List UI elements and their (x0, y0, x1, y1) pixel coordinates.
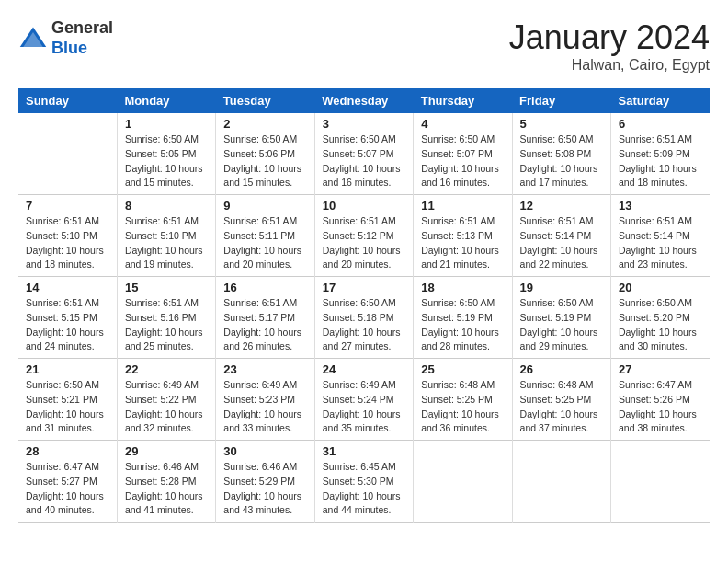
day-cell: 1Sunrise: 6:50 AMSunset: 5:05 PMDaylight… (117, 113, 215, 195)
day-cell: 16Sunrise: 6:51 AMSunset: 5:17 PMDayligh… (216, 277, 314, 359)
day-info: Sunrise: 6:51 AMSunset: 5:16 PMDaylight:… (125, 296, 208, 354)
day-info: Sunrise: 6:48 AMSunset: 5:25 PMDaylight:… (421, 378, 504, 436)
day-cell: 19Sunrise: 6:50 AMSunset: 5:19 PMDayligh… (512, 277, 610, 359)
day-number: 13 (619, 199, 702, 213)
day-info: Sunrise: 6:51 AMSunset: 5:10 PMDaylight:… (26, 214, 109, 272)
day-number: 14 (26, 281, 109, 294)
day-info: Sunrise: 6:50 AMSunset: 5:08 PMDaylight:… (520, 132, 603, 190)
col-wednesday: Wednesday (314, 88, 413, 113)
day-info: Sunrise: 6:50 AMSunset: 5:19 PMDaylight:… (421, 296, 504, 354)
day-cell: 8Sunrise: 6:51 AMSunset: 5:10 PMDaylight… (117, 195, 215, 277)
day-info: Sunrise: 6:49 AMSunset: 5:24 PMDaylight:… (323, 378, 405, 436)
week-row-1: 1Sunrise: 6:50 AMSunset: 5:05 PMDaylight… (18, 113, 710, 195)
day-info: Sunrise: 6:49 AMSunset: 5:22 PMDaylight:… (125, 378, 208, 436)
day-number: 3 (323, 117, 405, 131)
day-number: 21 (26, 362, 109, 376)
day-info: Sunrise: 6:50 AMSunset: 5:06 PMDaylight:… (223, 132, 306, 190)
day-number: 19 (520, 281, 603, 294)
day-cell: 27Sunrise: 6:47 AMSunset: 5:26 PMDayligh… (611, 359, 710, 441)
calendar-header: Sunday Monday Tuesday Wednesday Thursday… (18, 88, 710, 113)
header-row: Sunday Monday Tuesday Wednesday Thursday… (18, 88, 710, 113)
page-header: General Blue January 2024 Halwan, Cairo,… (18, 18, 710, 74)
day-cell: 20Sunrise: 6:50 AMSunset: 5:20 PMDayligh… (611, 277, 710, 359)
day-cell: 18Sunrise: 6:50 AMSunset: 5:19 PMDayligh… (414, 277, 512, 359)
logo: General Blue (18, 18, 113, 58)
day-info: Sunrise: 6:50 AMSunset: 5:20 PMDaylight:… (619, 296, 702, 354)
day-cell: 22Sunrise: 6:49 AMSunset: 5:22 PMDayligh… (117, 359, 215, 441)
week-row-4: 21Sunrise: 6:50 AMSunset: 5:21 PMDayligh… (18, 359, 710, 441)
day-info: Sunrise: 6:51 AMSunset: 5:17 PMDaylight:… (223, 296, 306, 354)
day-cell: 25Sunrise: 6:48 AMSunset: 5:25 PMDayligh… (414, 359, 512, 441)
logo-icon (18, 24, 48, 53)
day-info: Sunrise: 6:49 AMSunset: 5:23 PMDaylight:… (223, 378, 306, 436)
day-info: Sunrise: 6:45 AMSunset: 5:30 PMDaylight:… (323, 460, 405, 518)
day-number: 15 (125, 281, 208, 294)
day-info: Sunrise: 6:50 AMSunset: 5:05 PMDaylight:… (125, 132, 208, 190)
week-row-3: 14Sunrise: 6:51 AMSunset: 5:15 PMDayligh… (18, 277, 710, 359)
calendar-table: Sunday Monday Tuesday Wednesday Thursday… (18, 88, 710, 523)
day-cell: 23Sunrise: 6:49 AMSunset: 5:23 PMDayligh… (216, 359, 314, 441)
day-cell: 11Sunrise: 6:51 AMSunset: 5:13 PMDayligh… (414, 195, 512, 277)
day-number: 18 (421, 281, 504, 294)
day-number: 1 (125, 117, 208, 131)
day-info: Sunrise: 6:50 AMSunset: 5:07 PMDaylight:… (323, 132, 405, 190)
calendar-body: 1Sunrise: 6:50 AMSunset: 5:05 PMDaylight… (18, 113, 710, 523)
day-info: Sunrise: 6:47 AMSunset: 5:27 PMDaylight:… (26, 460, 109, 518)
day-number: 10 (323, 199, 405, 213)
day-number: 16 (223, 281, 306, 294)
day-number: 28 (26, 444, 109, 458)
day-info: Sunrise: 6:51 AMSunset: 5:14 PMDaylight:… (619, 214, 702, 272)
day-cell: 4Sunrise: 6:50 AMSunset: 5:07 PMDaylight… (414, 113, 512, 195)
day-cell (512, 441, 610, 523)
day-cell: 7Sunrise: 6:51 AMSunset: 5:10 PMDaylight… (18, 195, 117, 277)
day-number: 24 (323, 362, 405, 376)
day-number: 31 (323, 444, 405, 458)
logo-text: General Blue (51, 18, 113, 58)
day-info: Sunrise: 6:51 AMSunset: 5:11 PMDaylight:… (223, 214, 306, 272)
day-info: Sunrise: 6:50 AMSunset: 5:21 PMDaylight:… (26, 378, 109, 436)
day-number: 27 (619, 362, 702, 376)
logo-general: General (51, 18, 113, 37)
day-number: 9 (223, 199, 306, 213)
day-cell: 24Sunrise: 6:49 AMSunset: 5:24 PMDayligh… (314, 359, 413, 441)
day-number: 23 (223, 362, 306, 376)
day-number: 11 (421, 199, 504, 213)
day-cell: 31Sunrise: 6:45 AMSunset: 5:30 PMDayligh… (314, 441, 413, 523)
col-saturday: Saturday (611, 88, 710, 113)
day-number: 30 (223, 444, 306, 458)
day-cell: 28Sunrise: 6:47 AMSunset: 5:27 PMDayligh… (18, 441, 117, 523)
day-cell: 10Sunrise: 6:51 AMSunset: 5:12 PMDayligh… (314, 195, 413, 277)
day-number: 7 (26, 199, 109, 213)
day-cell: 26Sunrise: 6:48 AMSunset: 5:25 PMDayligh… (512, 359, 610, 441)
day-number: 8 (125, 199, 208, 213)
day-info: Sunrise: 6:50 AMSunset: 5:18 PMDaylight:… (323, 296, 405, 354)
day-cell: 2Sunrise: 6:50 AMSunset: 5:06 PMDaylight… (216, 113, 314, 195)
day-number: 29 (125, 444, 208, 458)
day-cell (611, 441, 710, 523)
day-cell: 6Sunrise: 6:51 AMSunset: 5:09 PMDaylight… (611, 113, 710, 195)
col-thursday: Thursday (414, 88, 512, 113)
week-row-5: 28Sunrise: 6:47 AMSunset: 5:27 PMDayligh… (18, 441, 710, 523)
day-number: 22 (125, 362, 208, 376)
day-number: 12 (520, 199, 603, 213)
day-info: Sunrise: 6:46 AMSunset: 5:29 PMDaylight:… (223, 460, 306, 518)
day-cell: 12Sunrise: 6:51 AMSunset: 5:14 PMDayligh… (512, 195, 610, 277)
day-info: Sunrise: 6:51 AMSunset: 5:14 PMDaylight:… (520, 214, 603, 272)
col-sunday: Sunday (18, 88, 117, 113)
day-info: Sunrise: 6:51 AMSunset: 5:09 PMDaylight:… (619, 132, 702, 190)
day-number: 6 (619, 117, 702, 131)
day-number: 5 (520, 117, 603, 131)
day-info: Sunrise: 6:50 AMSunset: 5:19 PMDaylight:… (520, 296, 603, 354)
day-info: Sunrise: 6:47 AMSunset: 5:26 PMDaylight:… (619, 378, 702, 436)
location: Halwan, Cairo, Egypt (509, 57, 710, 74)
logo-blue: Blue (51, 39, 87, 57)
col-friday: Friday (512, 88, 610, 113)
day-cell (18, 113, 117, 195)
day-info: Sunrise: 6:51 AMSunset: 5:10 PMDaylight:… (125, 214, 208, 272)
day-cell: 15Sunrise: 6:51 AMSunset: 5:16 PMDayligh… (117, 277, 215, 359)
day-number: 20 (619, 281, 702, 294)
day-cell: 3Sunrise: 6:50 AMSunset: 5:07 PMDaylight… (314, 113, 413, 195)
week-row-2: 7Sunrise: 6:51 AMSunset: 5:10 PMDaylight… (18, 195, 710, 277)
col-monday: Monday (117, 88, 215, 113)
day-number: 4 (421, 117, 504, 131)
